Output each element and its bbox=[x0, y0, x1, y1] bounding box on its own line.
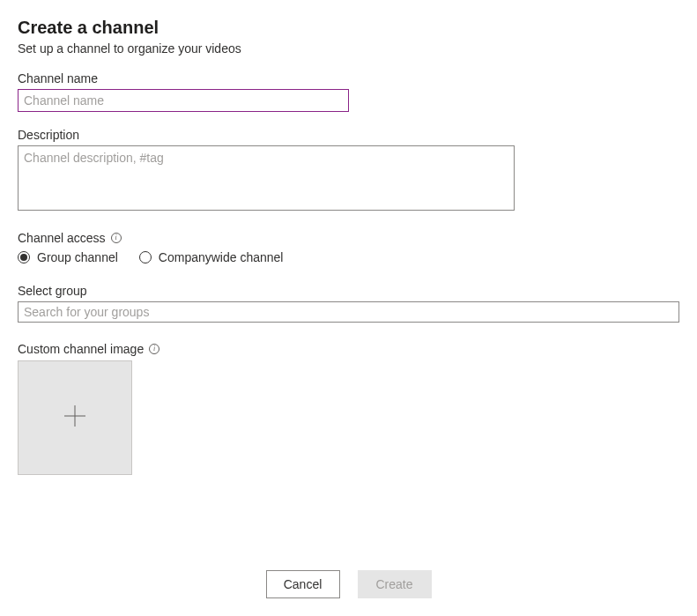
radio-companywide-label: Companywide channel bbox=[159, 250, 284, 264]
plus-icon bbox=[63, 404, 87, 433]
radio-circle-icon bbox=[18, 251, 30, 263]
cancel-button[interactable]: Cancel bbox=[266, 570, 340, 598]
description-label: Description bbox=[18, 128, 679, 142]
button-row: Cancel Create bbox=[0, 570, 697, 598]
info-icon[interactable]: i bbox=[111, 233, 122, 243]
channel-access-label: Channel access bbox=[18, 231, 106, 245]
channel-name-label: Channel name bbox=[18, 71, 679, 85]
description-textarea[interactable] bbox=[18, 145, 515, 211]
custom-image-label: Custom channel image bbox=[18, 342, 144, 356]
radio-circle-icon bbox=[139, 251, 152, 263]
radio-group-channel[interactable]: Group channel bbox=[18, 250, 118, 264]
custom-image-upload[interactable] bbox=[18, 360, 132, 475]
radio-group-label: Group channel bbox=[37, 250, 118, 264]
create-button[interactable]: Create bbox=[358, 570, 432, 598]
page-subtitle: Set up a channel to organize your videos bbox=[18, 41, 679, 56]
radio-companywide-channel[interactable]: Companywide channel bbox=[139, 250, 284, 264]
select-group-input[interactable] bbox=[18, 301, 679, 323]
page-title: Create a channel bbox=[18, 18, 679, 38]
channel-access-radio-group: Group channel Companywide channel bbox=[18, 250, 679, 264]
channel-name-input[interactable] bbox=[18, 89, 349, 112]
info-icon[interactable]: i bbox=[149, 344, 159, 354]
select-group-label: Select group bbox=[18, 284, 679, 298]
